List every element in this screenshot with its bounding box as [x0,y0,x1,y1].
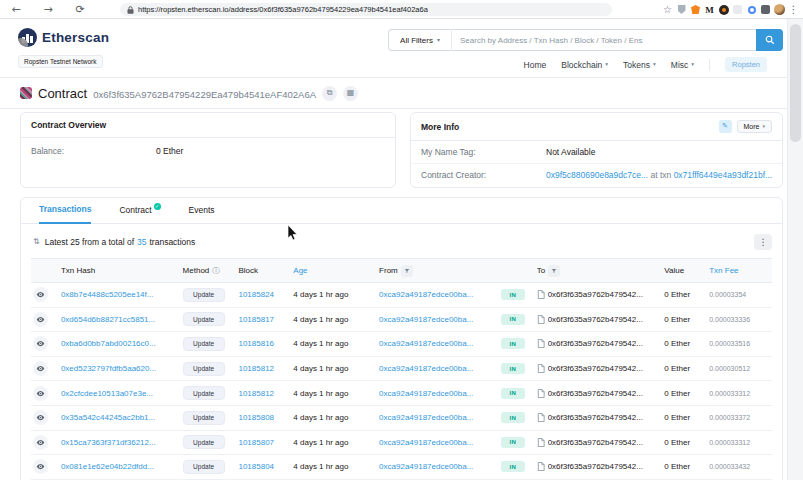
nav-home[interactable]: Home [524,60,547,70]
search-filter-select[interactable]: All Filters ▾ [388,29,452,51]
page-scrollbar[interactable] [787,19,803,480]
browser-menu-icon[interactable]: ⋮ [788,4,799,15]
tab-contract[interactable]: Contract ✓ [119,205,160,223]
extension-puzzle-icon[interactable] [760,4,771,15]
verified-check-icon: ✓ [154,203,161,210]
method-badge: Update [183,460,225,474]
age-text: 4 days 1 hr ago [293,389,348,398]
bookmark-star-icon[interactable]: ☆ [662,4,673,15]
contract-doc-icon [537,364,545,373]
etherscan-logo[interactable]: Etherscan [18,28,109,47]
extension-m-icon[interactable]: M [704,4,715,15]
txn-fee-text: 0.000033432 [709,463,750,470]
tx-preview-eye-button[interactable] [33,410,48,425]
tx-preview-eye-button[interactable] [33,435,48,450]
block-link[interactable]: 10185812 [238,364,274,373]
main-nav: Home Blockchain▾ Tokens▾ Misc▾ Ropsten [524,57,767,72]
block-link[interactable]: 10185812 [238,389,274,398]
to-address: 0x6f3f635a9762b479542... [548,364,643,373]
txn-hash-link[interactable]: 0xba6d0bb7abd00216c0... [61,339,156,348]
age-text: 4 days 1 hr ago [293,364,348,373]
eye-icon [36,339,45,348]
method-badge: Update [183,411,225,425]
back-icon[interactable]: ← [0,4,32,15]
block-link[interactable]: 10185808 [238,413,274,422]
chevron-down-icon: ▾ [653,62,656,68]
extension-circle-icon[interactable] [746,4,757,15]
txn-hash-link[interactable]: 0x8b7e4488c5205ee14f... [61,290,154,299]
txn-hash-link[interactable]: 0x081e1e62e04b22dfdd... [61,462,154,471]
from-address-link[interactable]: 0xca92a49187edce00ba... [379,339,473,348]
method-badge: Update [183,435,225,449]
balance-label: Balance: [31,146,156,156]
value-text: 0 Ether [664,413,690,422]
search-button[interactable] [756,29,783,51]
tx-preview-eye-button[interactable] [33,459,48,474]
contract-doc-icon [537,315,545,324]
to-filter-icon[interactable] [548,265,560,277]
qr-grid-button[interactable]: ▦ [343,86,358,101]
from-address-link[interactable]: 0xca92a49187edce00ba... [379,389,473,398]
block-link[interactable]: 10185804 [238,462,274,471]
search-input[interactable] [452,29,756,51]
more-dropdown-button[interactable]: More ▾ [737,120,772,133]
tab-transactions[interactable]: Transactions [39,204,91,224]
from-address-link[interactable]: 0xca92a49187edce00ba... [379,364,473,373]
copy-address-button[interactable]: ⧉ [322,86,337,101]
etherscan-logo-icon [18,28,37,47]
chevron-down-icon: ▾ [691,62,694,68]
direction-badge: IN [501,461,525,472]
from-address-link[interactable]: 0xca92a49187edce00ba... [379,438,473,447]
network-switch-button[interactable]: Ropsten [725,57,767,72]
txn-hash-link[interactable]: 0xd654d6b88271cc5851... [61,315,155,324]
address-bar[interactable]: https://ropsten.etherscan.io/address/0x6… [120,3,612,16]
col-txn-fee-link[interactable]: Txn Fee [709,266,738,275]
age-text: 4 days 1 hr ago [293,413,348,422]
forward-icon[interactable]: → [32,4,64,15]
txn-fee-text: 0.000033336 [709,316,750,323]
at-txn-text: at txn [650,170,671,180]
tx-preview-eye-button[interactable] [33,312,48,327]
chevron-down-icon: ▾ [605,62,608,68]
from-address-link[interactable]: 0xca92a49187edce00ba... [379,413,473,422]
table-options-button[interactable]: ⋮ [754,234,772,250]
extension-wallet-icon[interactable] [718,4,729,15]
txn-hash-link[interactable]: 0xed5232797fdfb5aa620... [61,364,156,373]
tab-events[interactable]: Events [189,205,215,223]
tx-preview-eye-button[interactable] [33,386,48,401]
tx-preview-eye-button[interactable] [33,287,48,302]
total-transactions-link[interactable]: 35 [137,237,146,247]
search-icon [765,35,775,45]
overview-card-title: Contract Overview [31,120,106,130]
to-address: 0x6f3f635a9762b479542... [548,413,643,422]
creator-txn-link[interactable]: 0x71fff6449e4a93df21bf... [674,170,772,180]
refresh-icon[interactable]: ⟳ [64,4,96,15]
creator-address-link[interactable]: 0x9f5c880690e8a9dc7ce... [546,170,648,180]
from-address-link[interactable]: 0xca92a49187edce00ba... [379,462,473,471]
txn-hash-link[interactable]: 0x15ca7363f371df36212... [61,438,156,447]
nav-blockchain[interactable]: Blockchain▾ [561,60,608,70]
extension-gray-icon[interactable] [732,4,743,15]
txn-fee-text: 0.000033372 [709,414,750,421]
tx-preview-eye-button[interactable] [33,361,48,376]
from-address-link[interactable]: 0xca92a49187edce00ba... [379,290,473,299]
block-link[interactable]: 10185824 [238,290,274,299]
txn-hash-link[interactable]: 0x35a542c44245ac2bb1... [61,413,155,422]
block-link[interactable]: 10185807 [238,438,274,447]
tx-preview-eye-button[interactable] [33,336,48,351]
txn-fee-text: 0.000030512 [709,365,750,372]
from-filter-icon[interactable] [401,265,413,277]
block-link[interactable]: 10185817 [238,315,274,324]
edit-icon[interactable]: ✎ [719,120,732,133]
extension-shield-icon[interactable] [676,4,687,15]
col-age-link[interactable]: Age [293,266,307,275]
scrollbar-thumb[interactable] [790,24,801,142]
info-icon[interactable]: ⓘ [212,267,220,275]
from-address-link[interactable]: 0xca92a49187edce00ba... [379,315,473,324]
nav-tokens[interactable]: Tokens▾ [623,60,656,70]
extension-metamask-icon[interactable] [690,4,701,15]
nav-misc[interactable]: Misc▾ [671,60,694,70]
txn-hash-link[interactable]: 0x2cfcdee10513a07e3e... [61,389,153,398]
block-link[interactable]: 10185816 [238,339,274,348]
profile-avatar[interactable] [774,4,785,15]
